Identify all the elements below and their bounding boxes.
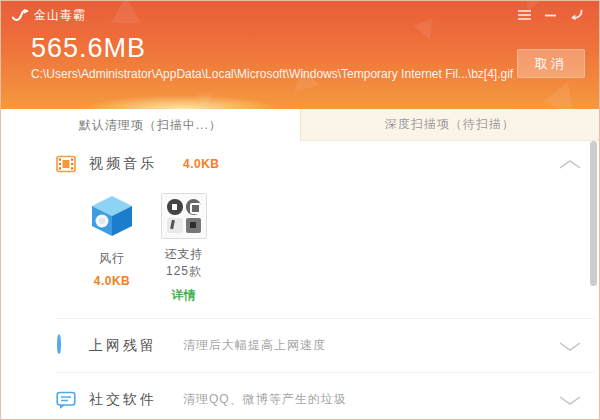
minimize-icon[interactable] — [537, 4, 563, 26]
chevron-down-icon[interactable] — [559, 391, 581, 409]
scrollbar-thumb[interactable] — [590, 141, 597, 286]
app-label: 风行 — [81, 250, 143, 267]
header-glow — [81, 95, 281, 109]
cancel-button[interactable]: 取消 — [517, 49, 585, 78]
app-item-more-supported[interactable]: 还支持125款 详情 — [153, 193, 215, 304]
tab-default-clean[interactable]: 默认清理项（扫描中...） — [1, 109, 300, 141]
menu-icon[interactable] — [511, 4, 537, 26]
chat-bubble-icon — [56, 390, 76, 410]
duba-logo-icon — [11, 7, 29, 23]
scanning-path: C:\Users\Administrator\AppData\Local\Mic… — [31, 67, 599, 81]
return-arrow-icon[interactable] — [563, 4, 589, 26]
section-video-music[interactable]: 视频音乐 4.0KB — [1, 141, 599, 187]
section-desc: 清理后大幅提高上网速度 — [183, 337, 326, 354]
funshion-cube-icon — [89, 193, 135, 239]
section-title: 社交软件 — [89, 391, 157, 409]
app-title: 金山毒霸 — [34, 7, 86, 24]
app-item-funshion[interactable]: 风行 4.0KB — [81, 193, 143, 304]
title-bar: 金山毒霸 — [1, 1, 599, 29]
section-title: 视频音乐 — [89, 155, 157, 173]
details-link[interactable]: 详情 — [153, 287, 215, 304]
chevron-up-icon[interactable] — [559, 155, 581, 173]
more-apps-label: 还支持125款 — [153, 246, 215, 280]
section-desc: 清理QQ、微博等产生的垃圾 — [183, 391, 347, 408]
section-title: 上网残留 — [89, 337, 157, 355]
window-controls — [511, 4, 589, 26]
clean-items-list: 视频音乐 4.0KB 风行 4.0KB — [1, 141, 599, 419]
section-size: 4.0KB — [183, 157, 220, 171]
app-size: 4.0KB — [81, 274, 143, 288]
chevron-down-icon[interactable] — [559, 337, 581, 355]
header: 金山毒霸 565.6MB C:\Users\Administrator\AppD… — [1, 1, 599, 109]
video-music-expanded: 风行 4.0KB 还支持125款 详情 — [1, 187, 599, 318]
loading-circle-icon — [56, 336, 76, 356]
tab-bar: 默认清理项（扫描中...） 深度扫描项（待扫描） — [1, 109, 599, 141]
tab-deep-scan[interactable]: 深度扫描项（待扫描） — [300, 109, 600, 141]
film-icon — [56, 154, 76, 174]
section-web-residue[interactable]: 上网残留 清理后大幅提高上网速度 — [1, 319, 599, 372]
more-apps-grid-icon — [161, 193, 207, 239]
section-social-software[interactable]: 社交软件 清理QQ、微博等产生的垃圾 — [1, 373, 599, 420]
app-window: 金山毒霸 565.6MB C:\Users\Administrator\AppD… — [0, 0, 600, 420]
scanned-size: 565.6MB — [31, 33, 599, 64]
